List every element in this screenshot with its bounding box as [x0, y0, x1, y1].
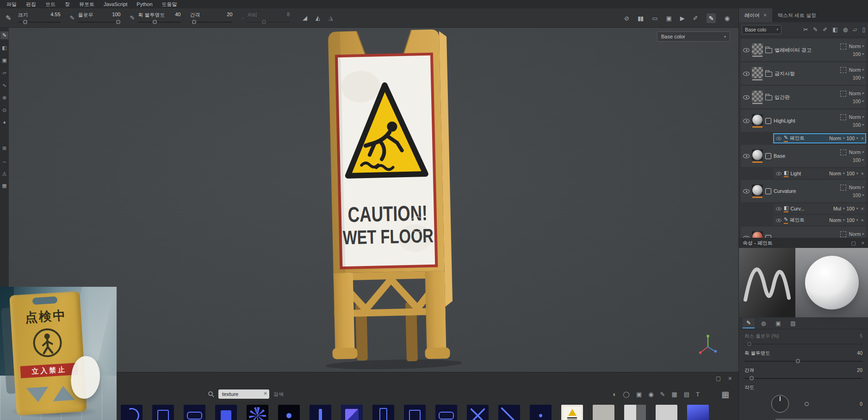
shelf-thumbnail[interactable]: [121, 405, 143, 420]
filter-smart-materials-icon[interactable]: ◯: [623, 391, 630, 398]
material-picker-tool[interactable]: ⊙: [0, 106, 8, 114]
shelf-thumbnail[interactable]: [530, 405, 552, 420]
effect-name[interactable]: Curv...: [790, 206, 831, 211]
fill-layer-icon[interactable]: ◧: [832, 26, 837, 33]
blend-mode[interactable]: Norm: [849, 231, 861, 237]
tab-brush-settings[interactable]: ✎: [743, 318, 755, 328]
layer-name[interactable]: HighLight: [774, 118, 838, 124]
blend-mode[interactable]: Norm: [849, 67, 861, 73]
material-view-icon[interactable]: ▣: [666, 15, 671, 22]
shelf-thumbnail[interactable]: [184, 405, 205, 420]
viewport-channel-dropdown[interactable]: Base color ▾: [657, 31, 730, 42]
symmetry-off-icon[interactable]: ◮: [329, 14, 333, 21]
expand-panel-icon[interactable]: ▢: [716, 375, 721, 382]
visibility-icon[interactable]: [743, 95, 750, 99]
tab-stencil[interactable]: ▣: [772, 318, 784, 328]
layer-name[interactable]: 금지사항: [775, 70, 838, 77]
mask-placeholder[interactable]: [840, 185, 846, 191]
filter-textures-icon[interactable]: ▤: [684, 391, 689, 398]
screenshot-icon[interactable]: ◉: [725, 15, 729, 22]
layer-name[interactable]: 엘레베이터 경고: [775, 47, 838, 54]
viewport-mode-icon[interactable]: ▭: [652, 15, 657, 22]
polygon-fill-tool[interactable]: ▱: [0, 69, 8, 77]
blend-mode[interactable]: Norm: [849, 91, 861, 96]
visibility-icon[interactable]: [743, 189, 750, 193]
shelf-thumbnail[interactable]: [152, 405, 174, 420]
min-flow-slider[interactable]: [744, 342, 862, 346]
close-panel-icon[interactable]: ×: [728, 375, 732, 382]
tab-texture-set-settings[interactable]: 텍스처 세트 설정: [772, 8, 822, 22]
grid-tool[interactable]: ▦: [0, 182, 8, 190]
layer-row[interactable]: Base Norm ▾ 100 ▾: [741, 145, 866, 167]
visibility-icon[interactable]: [776, 172, 781, 175]
filter-materials-icon[interactable]: ◐: [613, 391, 616, 398]
blend-mode[interactable]: Mul: [833, 206, 841, 211]
blend-mode[interactable]: Norm: [849, 114, 861, 120]
filter-smart-masks-icon[interactable]: ▣: [636, 391, 642, 398]
close-panel-icon[interactable]: ×: [862, 240, 864, 246]
filter-alphas-icon[interactable]: ▦: [671, 391, 677, 398]
shelf-thumbnail[interactable]: [561, 405, 583, 420]
shelf-thumbnail[interactable]: [435, 405, 457, 420]
layer-opacity[interactable]: 100: [853, 157, 861, 163]
layer-opacity[interactable]: 100: [853, 99, 861, 104]
layer-thumbnail[interactable]: [752, 231, 763, 238]
stroke-opacity-slider[interactable]: [138, 20, 180, 25]
layer-row[interactable]: Norm ▾ 100 ▾: [741, 227, 866, 238]
camera-view-icon[interactable]: ▶: [680, 15, 684, 22]
blend-mode[interactable]: Norm: [829, 136, 841, 141]
menu-item[interactable]: 편집: [21, 0, 41, 8]
menu-item[interactable]: 도움말: [157, 0, 182, 8]
shelf-thumbnail[interactable]: [593, 405, 614, 420]
shelf-thumbnail[interactable]: [372, 405, 394, 420]
layer-thumbnail[interactable]: [752, 149, 763, 161]
spacing-slider[interactable]: [744, 376, 862, 380]
close-tab-icon[interactable]: ×: [763, 12, 767, 19]
layer-thumbnail[interactable]: [752, 91, 763, 102]
add-mask-icon[interactable]: ✎: [813, 26, 818, 33]
shelf-thumbnail[interactable]: [341, 405, 363, 420]
blend-mode[interactable]: Norm: [849, 185, 861, 190]
shelf-thumbnail[interactable]: [687, 405, 709, 420]
shelf-thumbnail[interactable]: [278, 405, 300, 420]
shelf-thumbnail[interactable]: [467, 405, 489, 420]
layer-thumbnail[interactable]: [752, 185, 763, 196]
effect-opacity[interactable]: 100: [847, 217, 855, 223]
mask-placeholder[interactable]: [840, 91, 846, 97]
mask-placeholder[interactable]: [840, 231, 846, 237]
blend-mode[interactable]: Norm: [829, 217, 841, 223]
effect-name[interactable]: 페인트: [790, 217, 827, 223]
menu-item[interactable]: 뷰포트: [74, 0, 99, 8]
layer-opacity[interactable]: 100: [853, 192, 861, 198]
layer-opacity[interactable]: 100: [853, 122, 861, 128]
delete-layer-icon[interactable]: ▯: [862, 26, 865, 33]
visibility-icon[interactable]: [743, 48, 750, 52]
layer-thumbnail[interactable]: [752, 114, 763, 125]
filter-filters-icon[interactable]: ◉: [648, 391, 653, 398]
stroke-opacity-slider[interactable]: [744, 359, 862, 363]
paint-layer-icon[interactable]: ✐: [823, 26, 827, 33]
group-icon[interactable]: ▱: [853, 26, 857, 33]
mask-tool[interactable]: ◬: [0, 169, 8, 177]
size-slider[interactable]: [18, 20, 61, 25]
menu-item[interactable]: Python: [132, 1, 157, 7]
delete-effect-icon[interactable]: ×: [861, 217, 864, 223]
layer-row[interactable]: HighLight Norm ▾ 100 ▾: [741, 110, 866, 132]
angle-knob[interactable]: [805, 402, 809, 406]
blend-mode[interactable]: Norm: [849, 43, 861, 49]
3d-viewport[interactable]: Base color ▾: [9, 28, 738, 372]
shelf-thumbnail[interactable]: [624, 405, 646, 420]
visibility-icon[interactable]: [776, 136, 781, 140]
blend-mode[interactable]: Norm: [849, 149, 861, 155]
eraser-tool[interactable]: ◧: [0, 44, 8, 52]
grid-view-icon[interactable]: ▦: [721, 389, 729, 400]
smudge-tool[interactable]: ∿: [0, 81, 8, 89]
layer-effect-row[interactable]: ◧ Curv... Mul ▾ 100 ▾ ×: [773, 204, 866, 214]
mask-placeholder[interactable]: [840, 114, 846, 120]
layer-row[interactable]: 금지사항 Norm ▾ 100 ▾: [741, 62, 866, 85]
layer-name[interactable]: 입간판: [775, 94, 838, 101]
filter-fonts-icon[interactable]: T: [696, 391, 700, 398]
transform-tool[interactable]: ⊞: [0, 144, 8, 152]
smart-material-icon[interactable]: ◍: [843, 26, 848, 33]
angle-dial[interactable]: [771, 395, 789, 413]
